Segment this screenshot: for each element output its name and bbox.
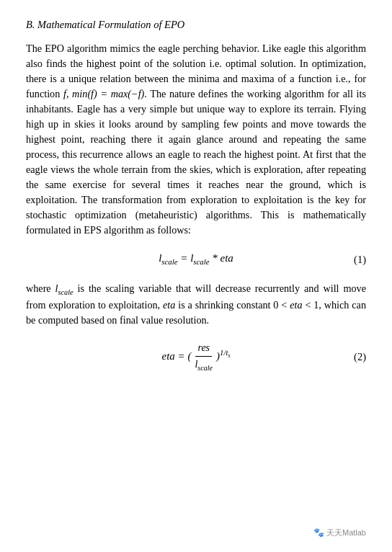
eq1-rhs2: * eta — [210, 252, 233, 264]
page: B. Mathematical Formulation of EPO The E… — [0, 0, 392, 552]
eq2-fraction: res lscale — [192, 341, 215, 374]
eq1-equals: = — [178, 252, 191, 264]
p2-lscale-sub: scale — [58, 288, 74, 296]
p2-where: where — [26, 282, 55, 294]
eq1-lhs-sub: scale — [161, 257, 177, 266]
equation-1-block: lscale = lscale * eta (1) — [26, 251, 366, 268]
p2-cont2: is a shrinking constant 0 < — [175, 299, 290, 311]
eq2-denominator: lscale — [192, 357, 215, 373]
eq2-number: (2) — [354, 350, 366, 365]
eq1-rhs-sub: scale — [193, 257, 209, 266]
watermark-icon: 🐾 — [313, 527, 324, 538]
eq1-rhs: lscale — [190, 252, 209, 264]
p1-text-cont: . The nature defines the working algorit… — [26, 88, 366, 236]
paragraph-2: where lscale is the scaling variable tha… — [26, 281, 366, 328]
equation-2-block: eta = ( res lscale )1/ts (2) — [26, 341, 366, 374]
eq2-den-sub: scale — [197, 364, 213, 372]
eq1-number: (1) — [354, 252, 366, 267]
eq2-numerator: res — [195, 341, 212, 357]
watermark: 🐾 天天Matlab — [313, 527, 366, 539]
eq2-lhs: eta = ( — [162, 350, 192, 362]
p2-eta2: eta — [290, 299, 302, 311]
section-header: B. Mathematical Formulation of EPO — [26, 17, 366, 32]
p2-eta: eta — [163, 299, 175, 311]
p2-lscale: lscale — [55, 282, 74, 294]
watermark-text: 天天Matlab — [326, 528, 366, 537]
paragraph-1: The EPO algorithm mimics the eagle perch… — [26, 41, 366, 238]
p1-formula: f, min(f) = max(−f) — [63, 88, 144, 99]
eq1-lhs: lscale — [159, 252, 177, 264]
eq2-exponent: 1/ts — [220, 348, 230, 357]
equation-1: lscale = lscale * eta — [159, 251, 233, 268]
equation-2: eta = ( res lscale )1/ts — [162, 341, 231, 374]
